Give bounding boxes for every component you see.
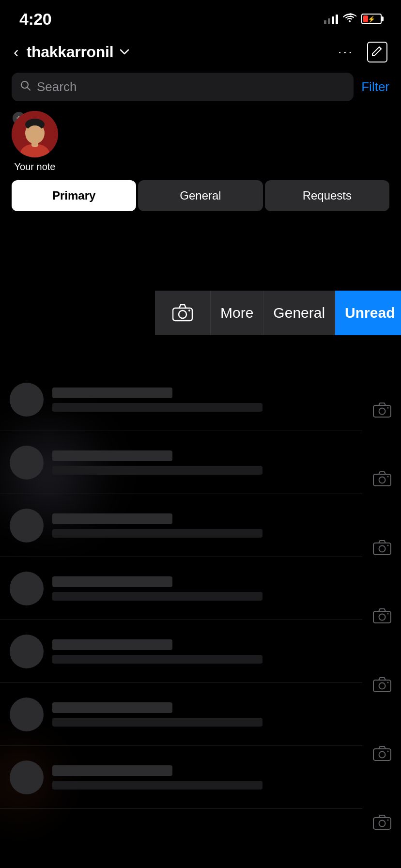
svg-point-17 [387,476,389,478]
story-row: + [0,111,401,180]
search-container: Search Filter [0,73,401,101]
username-dropdown-icon[interactable] [120,46,129,58]
battery-icon: ⚡ [361,14,382,24]
camera-icon-2[interactable] [373,470,391,491]
svg-rect-24 [373,680,391,692]
search-icon [20,80,31,94]
camera-icon-4[interactable] [373,607,391,628]
status-bar: 4:20 ⚡ [0,0,401,34]
dropdown-camera-icon[interactable] [155,291,211,335]
svg-rect-12 [373,405,391,417]
chat-row[interactable] [0,368,362,431]
svg-rect-15 [373,474,391,486]
dropdown-more[interactable]: More [211,291,263,335]
svg-point-7 [36,130,39,134]
svg-point-32 [387,819,389,821]
svg-point-11 [188,310,190,311]
svg-rect-18 [373,543,391,555]
search-bar[interactable]: Search [12,73,354,101]
tab-requests[interactable]: Requests [265,180,389,211]
more-options-button[interactable]: ··· [338,44,354,60]
chat-row[interactable] [0,494,362,557]
search-placeholder: Search [37,79,77,94]
chat-row[interactable] [0,746,362,809]
back-button[interactable]: ‹ [14,43,19,61]
svg-point-14 [387,407,389,409]
svg-point-20 [387,544,389,546]
chat-row[interactable] [0,620,362,683]
filter-button[interactable]: Filter [361,79,389,94]
svg-rect-21 [373,611,391,623]
avatar [12,111,58,157]
svg-point-6 [31,130,33,134]
camera-icon-5[interactable] [373,676,391,697]
camera-icons-column [373,368,391,868]
svg-point-26 [387,682,389,683]
tab-primary[interactable]: Primary [12,180,136,211]
svg-point-5 [25,119,45,130]
chat-row[interactable] [0,431,362,494]
story-avatar[interactable]: + [12,111,58,157]
tab-row: Primary General Requests [0,180,401,211]
signal-icon [324,14,338,24]
svg-point-13 [379,408,386,415]
chat-list [0,368,362,868]
camera-icon-1[interactable] [373,402,391,422]
content-area [0,368,401,868]
svg-point-23 [387,613,389,615]
camera-icon-7[interactable] [373,814,391,835]
your-note-label: Your note [15,161,56,172]
svg-point-19 [379,545,386,552]
dropdown-unread[interactable]: Unread [335,291,401,335]
svg-point-22 [379,614,386,620]
camera-icon-3[interactable] [373,539,391,560]
camera-icon-6[interactable] [373,745,391,766]
dropdown-general[interactable]: General [263,291,335,335]
svg-point-10 [179,310,186,318]
svg-rect-30 [373,818,391,829]
svg-point-16 [379,477,386,483]
svg-point-31 [379,820,386,826]
svg-point-29 [387,750,389,752]
status-time: 4:20 [19,10,51,29]
svg-point-8 [34,135,36,138]
tab-general[interactable]: General [138,180,262,211]
status-icons: ⚡ [324,12,382,26]
svg-point-25 [379,683,386,689]
dropdown-menu: More General Unread [155,291,401,335]
compose-button[interactable] [367,42,387,62]
svg-point-28 [379,751,386,758]
wifi-icon [343,12,356,26]
chat-row[interactable] [0,683,362,746]
username-label: thakkarronil [27,43,114,61]
svg-rect-27 [373,749,391,760]
header: ‹ thakkarronil ··· [0,34,401,73]
chat-row[interactable] [0,557,362,620]
